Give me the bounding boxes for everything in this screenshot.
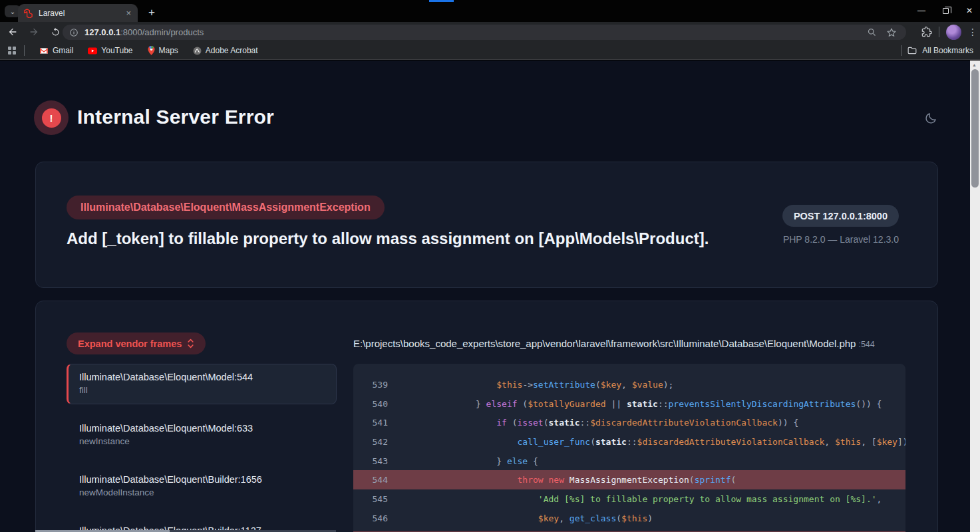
accent-strip <box>429 0 454 2</box>
all-bookmarks-label: All Bookmarks <box>922 46 973 55</box>
adobe-acrobat-icon <box>193 47 202 55</box>
line-number: 545 <box>353 494 388 504</box>
profile-avatar[interactable] <box>946 25 961 40</box>
code-line-543: 543 } else { <box>353 452 905 471</box>
error-badge-icon: ! <box>34 100 69 135</box>
zoom-icon[interactable] <box>867 27 877 37</box>
code-line-541: 541 if (isset(static::$discardedAttribut… <box>353 413 905 432</box>
tab-title: Laravel <box>39 9 124 18</box>
frame-location: Illuminate\Database\Eloquent\Model:633 <box>79 423 325 434</box>
bookmark-label: YouTube <box>101 46 132 55</box>
line-number: 543 <box>353 456 388 466</box>
youtube-icon <box>88 47 97 55</box>
laravel-favicon <box>23 8 33 18</box>
code-text: } elseif ($totallyGuarded || static::pre… <box>388 399 882 409</box>
file-path-text: E:\projects\books_code_experts\store_app… <box>353 338 856 349</box>
gmail-icon <box>39 47 49 55</box>
tab-laravel[interactable]: Laravel × <box>18 4 138 22</box>
url-path: :8000/admin/products <box>120 27 204 37</box>
stack-trace-card: Expand vendor frames E:\projects\books_c… <box>35 301 938 532</box>
stack-frame[interactable]: Illuminate\Database\Eloquent\Model:633 n… <box>67 415 337 456</box>
exception-message: Add [_token] to fillable property to all… <box>67 229 709 248</box>
version-info: PHP 8.2.0 — Laravel 12.3.0 <box>783 234 899 245</box>
tab-close-icon[interactable]: × <box>124 9 132 17</box>
code-line-544: 544 throw new MassAssignmentException(sp… <box>353 470 905 489</box>
browser-toolbar: 127.0.0.1:8000/admin/products ⋮ <box>0 22 980 42</box>
bookmark-label: Adobe Acrobat <box>206 46 258 55</box>
line-number: 540 <box>353 399 388 409</box>
scrollbar-up-arrow[interactable]: ▲ <box>972 63 977 67</box>
file-path: E:\projects\books_code_experts\store_app… <box>353 338 905 349</box>
browser-window: ⌄ Laravel × + — ✕ 127.0.0.1:8000/admin/p… <box>0 0 980 532</box>
code-text: $this->setAttribute($key, $value); <box>388 380 673 390</box>
code-text: throw new MassAssignmentException(sprint… <box>388 475 736 485</box>
window-close-button[interactable]: ✕ <box>958 0 980 21</box>
bookmark-youtube[interactable]: YouTube <box>88 46 132 55</box>
bookmarks-divider <box>24 45 25 56</box>
code-text: if (isset(static::$discardedAttributeVio… <box>388 418 798 428</box>
code-line-545: 545 'Add [%s] to fillable property to al… <box>353 489 905 509</box>
code-text: } else { <box>388 456 538 466</box>
code-line-546: 546 $key, get_class($this) <box>353 509 905 528</box>
site-info-icon[interactable] <box>69 28 79 37</box>
bookmarks-bar: Gmail YouTube Maps Adobe Acrobat All Boo… <box>0 42 980 60</box>
bookmark-gmail[interactable]: Gmail <box>39 46 73 55</box>
page-scrollbar-thumb[interactable] <box>971 69 979 188</box>
exception-class-badge: Illuminate\Database\Eloquent\MassAssignm… <box>67 196 385 219</box>
stack-frame[interactable]: Illuminate\Database\Eloquent\Model:544 f… <box>67 364 337 404</box>
theme-toggle-button[interactable] <box>922 110 939 127</box>
address-bar[interactable]: 127.0.0.1:8000/admin/products <box>63 25 906 40</box>
expand-vendor-frames-label: Expand vendor frames <box>78 338 182 349</box>
url-text[interactable]: 127.0.0.1:8000/admin/products <box>84 27 867 37</box>
expand-vendor-frames-button[interactable]: Expand vendor frames <box>67 332 206 354</box>
window-minimize-button[interactable]: — <box>910 0 933 21</box>
moon-icon <box>924 112 937 125</box>
bookmark-star-icon[interactable] <box>886 27 897 38</box>
stack-frames-list: Illuminate\Database\Eloquent\Model:544 f… <box>67 364 337 532</box>
bookmark-label: Gmail <box>53 46 73 55</box>
bookmark-adobe-acrobat[interactable]: Adobe Acrobat <box>193 46 258 55</box>
toolbar-divider <box>939 27 939 37</box>
page-title: Internal Server Error <box>77 106 274 128</box>
code-lines: 539 $this->setAttribute($key, $value);54… <box>353 375 905 528</box>
file-line-number: :544 <box>858 340 874 349</box>
restore-icon <box>943 8 949 14</box>
bookmarks-right-divider <box>901 45 902 56</box>
maps-icon <box>148 46 155 55</box>
code-line-542: 542 call_user_func(static::$discardedAtt… <box>353 432 905 452</box>
frame-location: Illuminate\Database\Eloquent\Model:544 <box>79 372 325 382</box>
folder-icon <box>907 47 917 55</box>
reload-button[interactable] <box>47 23 64 41</box>
code-line-539: 539 $this->setAttribute($key, $value); <box>353 375 905 394</box>
line-number: 542 <box>353 437 388 447</box>
stack-frame[interactable]: Illuminate\Database\Eloquent\Builder:165… <box>67 466 337 507</box>
code-text: $key, get_class($this) <box>388 513 653 523</box>
apps-grid-icon[interactable] <box>8 47 16 55</box>
window-restore-button[interactable] <box>934 0 957 21</box>
bookmark-maps[interactable]: Maps <box>148 46 178 55</box>
page-scrollbar[interactable]: ▲ <box>970 61 980 532</box>
frame-method: newModelInstance <box>79 487 325 497</box>
frame-location: Illuminate\Database\Eloquent\Builder:165… <box>79 474 325 485</box>
reload-icon <box>51 27 61 37</box>
exception-card: Illuminate\Database\Eloquent\MassAssignm… <box>35 162 938 288</box>
line-number: 546 <box>353 513 388 523</box>
code-snippet-panel[interactable]: 539 $this->setAttribute($key, $value);54… <box>353 364 905 532</box>
line-number: 544 <box>353 475 388 485</box>
back-button[interactable] <box>4 23 21 41</box>
browser-menu-icon[interactable]: ⋮ <box>968 27 977 37</box>
all-bookmarks-button[interactable]: All Bookmarks <box>901 45 973 56</box>
forward-button[interactable] <box>25 23 43 41</box>
new-tab-button[interactable]: + <box>144 5 160 21</box>
code-text: 'Add [%s] to fillable property to allow … <box>388 494 882 504</box>
tab-strip: ⌄ Laravel × + — ✕ <box>0 0 980 22</box>
laravel-error-page: ! Internal Server Error Illuminate\Datab… <box>0 61 970 532</box>
forward-icon <box>29 27 39 37</box>
back-icon <box>7 27 18 37</box>
extensions-icon[interactable] <box>921 27 932 37</box>
request-badge: POST 127.0.0.1:8000 <box>782 205 899 227</box>
frame-method: fill <box>79 385 325 395</box>
frame-method: newInstance <box>79 436 325 446</box>
bookmark-label: Maps <box>159 46 178 55</box>
exclamation-icon: ! <box>42 108 61 128</box>
